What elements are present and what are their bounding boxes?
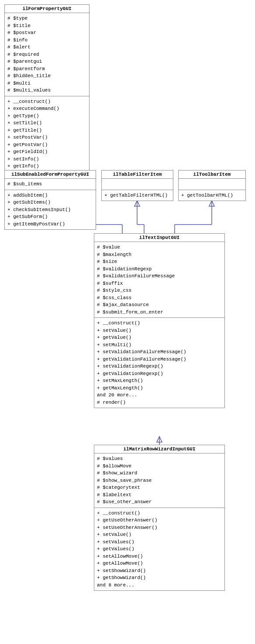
- il-matrix-row-wizard-input-gui-box: ilMatrixRowWizardInputGUI # $values # $a…: [94, 445, 225, 591]
- il-table-filter-item-methods: + getTableFilterHTML(): [102, 190, 173, 201]
- svg-marker-13: [209, 201, 214, 206]
- il-sub-enabled-form-property-gui-methods: + addSubItem() + getSubItems() + checkSu…: [5, 190, 96, 230]
- svg-marker-15: [157, 436, 162, 442]
- il-sub-enabled-form-property-gui-title: ilSubEnabledFormPropertyGUI: [5, 170, 96, 179]
- il-table-filter-item-fields: [102, 179, 173, 190]
- diagram-container: ilFormPropertyGUI # $type # $title # $po…: [0, 0, 255, 644]
- il-matrix-row-wizard-input-gui-fields: # $values # $allowMove # $show_wizard # …: [94, 453, 224, 508]
- il-text-input-gui-title: ilTextInputGUI: [94, 234, 224, 242]
- il-text-input-gui-methods: + __construct() + setValue() + getValue(…: [94, 318, 224, 408]
- il-form-property-gui-box: ilFormPropertyGUI # $type # $title # $po…: [4, 4, 90, 194]
- il-text-input-gui-fields: # $value # $maxlength # $size # $validat…: [94, 242, 224, 318]
- il-table-filter-item-box: ilTableFilterItem + getTableFilterHTML(): [101, 170, 173, 201]
- il-sub-enabled-form-property-gui-fields: # $sub_items: [5, 179, 96, 190]
- il-form-property-gui-title: ilFormPropertyGUI: [5, 5, 89, 13]
- il-form-property-gui-fields: # $type # $title # $postvar # $info # $a…: [5, 13, 89, 96]
- il-toolbar-item-methods: + getToolbarHTML(): [179, 190, 245, 201]
- il-table-filter-item-title: ilTableFilterItem: [102, 170, 173, 179]
- svg-marker-9: [134, 201, 140, 206]
- il-sub-enabled-form-property-gui-box: ilSubEnabledFormPropertyGUI # $sub_items…: [4, 170, 96, 230]
- il-matrix-row-wizard-input-gui-methods: + __construct() + getUseOtherAnswer() + …: [94, 508, 224, 591]
- il-toolbar-item-fields: [179, 179, 245, 190]
- il-text-input-gui-box: ilTextInputGUI # $value # $maxlength # $…: [94, 233, 225, 408]
- il-matrix-row-wizard-input-gui-title: ilMatrixRowWizardInputGUI: [94, 445, 224, 453]
- il-toolbar-item-box: ilToolbarItem + getToolbarHTML(): [178, 170, 246, 201]
- il-toolbar-item-title: ilToolbarItem: [179, 170, 245, 179]
